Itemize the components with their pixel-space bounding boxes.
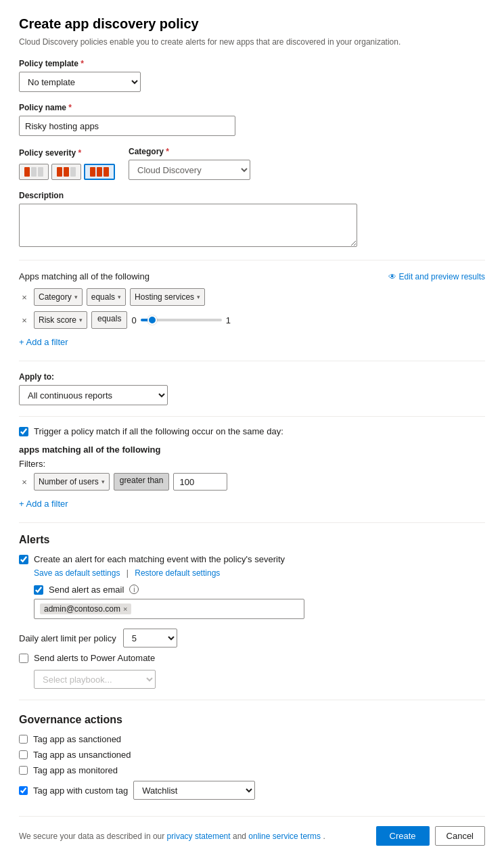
daily-alert-select[interactable]: 5 [123,629,177,647]
trigger-checkbox[interactable] [19,427,28,436]
chevron-icon: ▾ [197,294,200,300]
add-filter-button-1[interactable]: + Add a filter [19,334,68,350]
daily-alert-label: Daily alert limit per policy [19,633,116,643]
alerts-title: Alerts [19,534,485,546]
filter-1-field[interactable]: Category ▾ [34,288,83,306]
tag-sanctioned-row: Tag app as sanctioned [19,734,485,744]
filter-1-operator[interactable]: equals ▾ [87,288,126,306]
info-icon: i [129,585,139,594]
eye-icon: 👁 [388,272,396,281]
apps-matching-sub-title: apps matching all of the following [19,445,485,455]
daily-alert-row: Daily alert limit per policy 5 [19,629,485,647]
severity-medium-button[interactable] [51,164,81,180]
footer-text: We secure your data as described in our … [19,832,325,841]
sub-filter-field[interactable]: Number of users ▾ [34,473,110,491]
tag-monitored-checkbox[interactable] [19,766,28,775]
policy-name-input[interactable] [19,116,235,136]
divider-3 [19,522,485,523]
filter-2-remove[interactable]: × [19,315,30,325]
add-filter-button-2[interactable]: + Add a filter [19,496,68,511]
create-button[interactable]: Create [376,826,430,846]
divider-2 [19,361,485,361]
category-select[interactable]: Cloud Discovery [129,160,250,180]
severity-label: Policy severity [19,148,115,158]
filter-1-remove[interactable]: × [19,292,30,302]
filter-1-value[interactable]: Hosting services ▾ [130,288,205,306]
sub-filter-operator[interactable]: greater than [114,473,170,491]
divider-1 [19,260,485,260]
power-automate-row: Send alerts to Power Automate [19,653,485,663]
tag-monitored-label: Tag app as monitored [33,765,118,775]
tag-monitored-row: Tag app as monitored [19,765,485,775]
sub-filter-value-input[interactable] [173,473,227,491]
policy-name-label: Policy name [19,103,485,112]
footer-bar: We secure your data as described in our … [19,816,485,846]
chevron-icon: ▾ [101,478,105,485]
policy-template-label: Policy template [19,59,485,68]
sub-filter-row: × Number of users ▾ greater than [19,473,485,491]
filters-sub-label: Filters: [19,459,485,469]
description-label: Description [19,191,485,200]
service-terms-link[interactable]: online service terms [248,832,321,841]
filter-row-1: × Category ▾ equals ▾ Hosting services ▾ [19,288,485,306]
chevron-icon: ▾ [79,317,83,323]
chevron-icon: ▾ [74,294,78,300]
risk-score-slider[interactable] [141,319,222,321]
governance-title: Governance actions [19,714,485,726]
tag-unsanctioned-label: Tag app as unsanctioned [33,750,131,760]
save-default-link[interactable]: Save as default settings [34,568,120,578]
trigger-checkbox-row: Trigger a policy match if all the follow… [19,426,485,436]
description-textarea[interactable] [19,204,357,247]
chevron-icon: ▾ [118,294,121,300]
edit-preview-link[interactable]: 👁 Edit and preview results [388,272,485,281]
create-alert-checkbox[interactable] [19,555,28,564]
page-subtitle: Cloud Discovery policies enable you to c… [19,37,485,47]
watchlist-select[interactable]: Watchlist [133,781,255,800]
filter-2-field[interactable]: Risk score ▾ [34,311,87,329]
tag-unsanctioned-checkbox[interactable] [19,750,28,759]
send-email-checkbox[interactable] [34,585,43,595]
privacy-statement-link[interactable]: privacy statement [167,832,231,841]
email-chip: admin@contoso.com × [40,604,131,614]
filter-2-operator[interactable]: equals [91,311,127,329]
apps-matching-title: Apps matching all of the following [19,271,150,281]
power-automate-label: Send alerts to Power Automate [34,653,155,663]
restore-default-link[interactable]: Restore default settings [135,568,220,578]
apply-to-label: Apply to: [19,372,485,382]
send-email-label: Send alert as email [49,585,124,595]
risk-min-value: 0 [131,315,136,325]
tag-custom-label: Tag app with custom tag [33,786,128,796]
filter-row-2: × Risk score ▾ equals 0 1 [19,311,485,329]
severity-high-button[interactable] [84,164,115,180]
playbook-select[interactable]: Select playbook... [34,670,156,689]
risk-slider-container: 0 1 [131,315,230,325]
tag-sanctioned-label: Tag app as sanctioned [33,734,121,744]
cancel-button[interactable]: Cancel [435,826,485,846]
email-chip-value: admin@contoso.com [44,604,120,614]
apply-to-select[interactable]: All continuous reports [19,385,168,405]
create-alert-label: Create an alert for each matching event … [34,554,285,564]
risk-max-value: 1 [226,315,231,325]
send-email-row: Send alert as email i [34,585,485,595]
policy-template-select[interactable]: No template [19,72,141,92]
email-chip-container[interactable]: admin@contoso.com × [34,599,304,619]
page-title: Create app discovery policy [19,16,485,32]
chip-remove-button[interactable]: × [123,605,127,613]
sub-filter-remove[interactable]: × [19,477,30,487]
severity-low-button[interactable] [19,164,49,180]
tag-sanctioned-checkbox[interactable] [19,735,28,744]
category-label: Category [129,147,250,156]
default-settings-links: Save as default settings | Restore defau… [34,568,485,578]
tag-custom-checkbox[interactable] [19,786,28,795]
create-alert-row: Create an alert for each matching event … [19,554,485,564]
footer-buttons: Create Cancel [376,826,486,846]
tag-custom-row: Tag app with custom tag Watchlist [19,781,485,800]
divider-4 [19,700,485,700]
power-automate-checkbox[interactable] [19,654,28,663]
tag-unsanctioned-row: Tag app as unsanctioned [19,750,485,760]
trigger-label: Trigger a policy match if all the follow… [34,426,283,436]
